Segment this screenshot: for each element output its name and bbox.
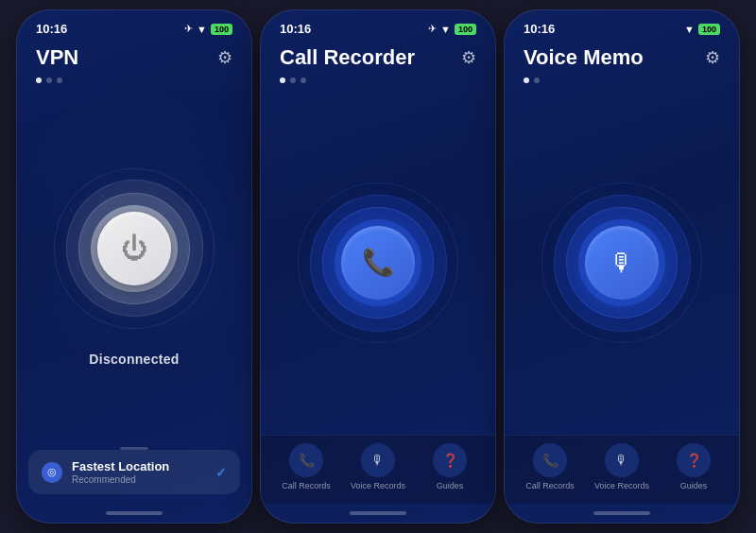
- settings-icon-cr[interactable]: ⚙: [461, 47, 476, 68]
- vpn-bottom: ◎ Fastest Location Recommended ✓: [17, 443, 251, 523]
- phones-container: 10:16 ✈ ▼ 100 VPN ⚙: [0, 0, 756, 533]
- dot-1: [36, 77, 42, 83]
- vm-title: Voice Memo: [524, 45, 644, 70]
- vm-voice-records-icon: 🎙: [615, 453, 628, 468]
- cr-dot-2: [290, 77, 296, 83]
- wifi-icon-vm: ▼: [684, 24, 695, 35]
- page-dots-cr: [261, 74, 495, 91]
- vm-tab-icon-wrap-1: 📞: [533, 443, 567, 477]
- phone-voice-memo: 10:16 ▼ 100 Voice Memo ⚙ 🎙: [504, 9, 740, 524]
- tab-voice-records-cr[interactable]: 🎙 Voice Records: [342, 443, 414, 490]
- cr-content: 📞: [261, 91, 495, 435]
- status-bar-vpn: 10:16 ✈ ▼ 100: [17, 10, 251, 40]
- page-dots-vm: [505, 74, 739, 91]
- tab-icon-wrap: 📞: [289, 443, 323, 477]
- home-bar-cr: [350, 511, 406, 515]
- cr-title: Call Recorder: [280, 45, 415, 70]
- phone-call-recorder: 10:16 ✈ ▼ 100 Call Recorder ⚙: [260, 9, 496, 524]
- location-pin: ◎: [42, 462, 62, 483]
- home-indicator-vpn: [17, 504, 251, 523]
- settings-icon-vm[interactable]: ⚙: [705, 47, 720, 68]
- status-time-cr: 10:16: [280, 22, 311, 36]
- vpn-content: ⏻ Disconnected: [17, 91, 251, 443]
- vm-dot-1: [524, 77, 529, 83]
- vm-voice-records-label: Voice Records: [594, 481, 649, 490]
- airplane-icon: ✈: [184, 23, 193, 35]
- mic-icon: 🎙: [610, 250, 634, 275]
- vpn-btn-inner: ⏻: [97, 212, 171, 285]
- tab-icon-wrap-3: ❓: [433, 443, 467, 477]
- vpn-location-bar[interactable]: ◎ Fastest Location Recommended ✓: [28, 450, 240, 494]
- vm-guides-icon: ❓: [686, 453, 702, 468]
- phone-header-vpn: VPN ⚙: [17, 40, 251, 74]
- vm-dot-2: [534, 77, 540, 83]
- battery-badge: 100: [211, 24, 232, 35]
- vm-btn-inner: 🎙: [585, 226, 659, 300]
- dot-2: [46, 77, 52, 83]
- vm-mic-button[interactable]: 🎙: [541, 182, 702, 343]
- tab-guides-vm[interactable]: ❓ Guides: [658, 443, 730, 490]
- vm-guides-label: Guides: [680, 481, 708, 490]
- phone-header-cr: Call Recorder ⚙: [261, 40, 495, 74]
- power-icon: ⏻: [121, 235, 147, 262]
- home-indicator-cr: [261, 504, 495, 523]
- cr-btn-inner: 📞: [341, 226, 415, 300]
- voice-records-icon: 🎙: [371, 453, 385, 468]
- settings-icon-vpn[interactable]: ⚙: [217, 47, 232, 68]
- guides-icon: ❓: [442, 453, 458, 468]
- status-icons-vm: ▼ 100: [684, 24, 720, 35]
- tab-voice-records-vm[interactable]: 🎙 Voice Records: [586, 443, 658, 490]
- wifi-icon-cr: ▼: [440, 24, 451, 35]
- status-bar-cr: 10:16 ✈ ▼ 100: [261, 10, 495, 40]
- cr-dot-3: [301, 77, 306, 83]
- vm-tab-icon-wrap-3: ❓: [677, 443, 711, 477]
- cr-bottom: 📞 Call Records 🎙 Voice Records ❓ Guides: [261, 435, 495, 523]
- vm-tab-bar: 📞 Call Records 🎙 Voice Records ❓ Guides: [505, 435, 739, 504]
- vpn-power-button[interactable]: ⏻: [54, 168, 215, 329]
- location-text: Fastest Location Recommended: [72, 459, 206, 485]
- checkmark-icon: ✓: [215, 465, 227, 480]
- location-sub: Recommended: [72, 474, 206, 485]
- status-icons-cr: ✈ ▼ 100: [428, 23, 476, 35]
- tab-call-records-cr[interactable]: 📞 Call Records: [270, 443, 342, 490]
- vm-tab-icon-wrap-2: 🎙: [605, 443, 639, 477]
- home-bar: [106, 511, 163, 515]
- airplane-icon-cr: ✈: [428, 23, 437, 35]
- status-bar-vm: 10:16 ▼ 100: [505, 10, 739, 40]
- phone-header-vm: Voice Memo ⚙: [505, 40, 739, 74]
- tab-icon-wrap-2: 🎙: [361, 443, 395, 477]
- status-icons-vpn: ✈ ▼ 100: [184, 23, 232, 35]
- dot-3: [57, 77, 62, 83]
- cr-tab-bar: 📞 Call Records 🎙 Voice Records ❓ Guides: [261, 435, 495, 504]
- tab-guides-cr[interactable]: ❓ Guides: [414, 443, 486, 490]
- page-dots-vpn: [17, 74, 251, 91]
- status-time-vm: 10:16: [524, 22, 555, 36]
- vm-call-records-label: Call Records: [525, 481, 575, 490]
- battery-badge-cr: 100: [455, 24, 476, 35]
- vm-bottom: 📞 Call Records 🎙 Voice Records ❓ Guides: [505, 435, 739, 523]
- vm-call-records-icon: 📞: [542, 453, 558, 468]
- phone-vpn: 10:16 ✈ ▼ 100 VPN ⚙: [16, 9, 252, 524]
- vm-content: 🎙: [505, 91, 739, 435]
- battery-badge-vm: 100: [698, 24, 720, 35]
- call-records-icon: 📞: [299, 453, 315, 468]
- guides-label: Guides: [437, 481, 464, 490]
- cr-phone-button[interactable]: 📞: [298, 182, 458, 343]
- phone-icon: 📞: [362, 249, 395, 276]
- call-records-label: Call Records: [282, 481, 331, 490]
- status-time-vpn: 10:16: [36, 22, 67, 36]
- home-bar-vm: [593, 511, 650, 515]
- pin-icon: ◎: [47, 466, 57, 478]
- home-indicator-vm: [505, 504, 739, 523]
- voice-records-label: Voice Records: [351, 481, 405, 490]
- tab-call-records-vm[interactable]: 📞 Call Records: [514, 443, 586, 490]
- location-name: Fastest Location: [72, 459, 206, 473]
- cr-dot-1: [280, 77, 285, 83]
- vpn-title: VPN: [36, 45, 78, 70]
- wifi-icon: ▼: [197, 24, 207, 35]
